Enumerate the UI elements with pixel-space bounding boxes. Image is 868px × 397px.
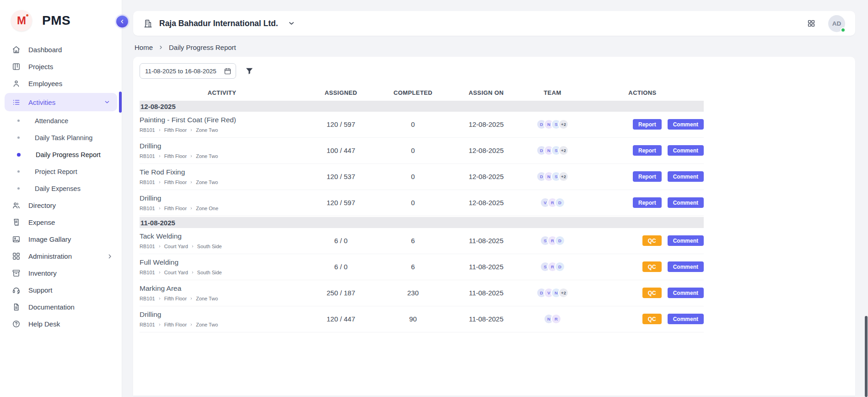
activity-cell: DrillingRB101Fifth FloorZone Two: [140, 310, 304, 328]
report-button[interactable]: Report: [633, 145, 662, 156]
logo-letter: M: [17, 14, 26, 27]
team-avatar[interactable]: D: [555, 197, 565, 208]
report-button[interactable]: Report: [633, 197, 662, 208]
team-avatar-more[interactable]: +2: [558, 288, 569, 298]
chevron-right-icon: [158, 180, 162, 184]
sidebar-item-label: Documentation: [28, 303, 75, 311]
actions-cell: ReportComment: [581, 115, 704, 133]
team-avatar[interactable]: D: [555, 235, 565, 246]
activity-title: Full Welding: [140, 258, 304, 266]
sidebar-item-label: Inventory: [28, 269, 57, 277]
breadcrumb-home[interactable]: Home: [135, 44, 153, 51]
table-row: Tack WeldingRB101Court YardSouth Side6 /…: [140, 228, 704, 254]
qc-button[interactable]: QC: [642, 235, 662, 246]
path-segment: Fifth Floor: [164, 322, 187, 327]
sidebar-item-employees[interactable]: Employees: [0, 75, 122, 92]
content-card: 11-08-2025 to 16-08-2025 ACTIVITYASSIGNE…: [133, 57, 855, 396]
sidebar-collapse-button[interactable]: [116, 16, 128, 27]
sidebar-subitem-label: Attendance: [35, 117, 68, 125]
activity-cell: Tie Rod FixingRB101Fifth FloorZone Two: [140, 168, 304, 185]
activity-cell: Painting - First Coat (Fire Red)RB101Fif…: [140, 115, 304, 133]
sidebar-item-label: Help Desk: [28, 320, 60, 328]
chevron-right-icon: [189, 128, 193, 132]
comment-button[interactable]: Comment: [668, 171, 704, 182]
sidebar-item-documentation[interactable]: Documentation: [0, 299, 122, 315]
sidebar-item-projects[interactable]: Projects: [0, 58, 122, 75]
qc-button[interactable]: QC: [642, 288, 662, 298]
team-avatar-more[interactable]: +2: [558, 119, 569, 130]
logo-icon: M: [11, 10, 32, 31]
filter-funnel-icon: [245, 66, 255, 76]
sidebar-item-dashboard[interactable]: Dashboard: [0, 41, 122, 58]
filter-button[interactable]: [245, 66, 255, 76]
qc-button[interactable]: QC: [642, 314, 662, 324]
sidebar: M PMS DashboardProjectsEmployeesActiviti…: [0, 0, 122, 397]
breadcrumb: Home Daily Progress Report: [135, 44, 855, 51]
team-avatar[interactable]: R: [551, 314, 561, 324]
sidebar-subitem-daily-expenses[interactable]: Daily Expenses: [0, 180, 122, 197]
sidebar-subitem-project-report[interactable]: Project Report: [0, 163, 122, 180]
chevron-right-icon: [189, 154, 193, 158]
comment-button[interactable]: Comment: [668, 119, 704, 130]
apps-grid-icon[interactable]: [807, 19, 815, 27]
date-group-header: 11-08-2025: [140, 217, 704, 228]
comment-button[interactable]: Comment: [668, 314, 704, 324]
comment-button[interactable]: Comment: [668, 261, 704, 272]
company-selector[interactable]: Raja Bahadur International Ltd.: [143, 19, 296, 28]
projects-icon: [12, 62, 21, 71]
employees-icon: [12, 79, 21, 88]
assigned-cell: 6 / 0: [304, 232, 377, 250]
assign-on-cell: 12-08-2025: [448, 141, 524, 159]
sidebar-subitem-daily-task-planning[interactable]: Daily Task Planning: [0, 129, 122, 146]
assigned-cell: 250 / 187: [304, 284, 377, 302]
comment-button[interactable]: Comment: [668, 288, 704, 298]
sidebar-subitem-daily-progress-report[interactable]: Daily Progress Report: [0, 146, 122, 163]
assigned-cell: 6 / 0: [304, 258, 377, 276]
comment-button[interactable]: Comment: [668, 197, 704, 208]
path-segment: RB101: [140, 179, 155, 185]
calendar-icon: [224, 67, 232, 75]
comment-button[interactable]: Comment: [668, 145, 704, 156]
sidebar-item-image-gallary[interactable]: Image Gallary: [0, 231, 122, 248]
assigned-cell: 100 / 447: [304, 141, 377, 159]
sidebar-subitem-label: Project Report: [35, 168, 77, 175]
comment-button[interactable]: Comment: [668, 235, 704, 246]
sidebar-subitem-label: Daily Expenses: [35, 185, 81, 192]
report-button[interactable]: Report: [633, 119, 662, 130]
sidebar-item-help-desk[interactable]: Help Desk: [0, 315, 122, 332]
report-button[interactable]: Report: [633, 171, 662, 182]
app-logo[interactable]: M PMS: [0, 0, 122, 38]
user-avatar[interactable]: AD: [828, 15, 845, 32]
sidebar-subitem-attendance[interactable]: Attendance: [0, 112, 122, 129]
inventory-icon: [12, 269, 21, 277]
path-segment: Zone Two: [196, 179, 218, 185]
team-avatar[interactable]: D: [555, 261, 565, 272]
assign-on-cell: 12-08-2025: [448, 115, 524, 133]
completed-cell: 0: [377, 141, 448, 159]
sidebar-item-administration[interactable]: Administration: [0, 248, 122, 265]
sidebar-item-activities[interactable]: Activities: [5, 93, 117, 111]
table-row: DrillingRB101Fifth FloorZone One120 / 59…: [140, 190, 704, 216]
activity-location-path: RB101Court YardSouth Side: [140, 270, 304, 275]
path-segment: South Side: [197, 270, 222, 275]
team-avatar-more[interactable]: +2: [558, 145, 569, 156]
chevron-right-icon: [189, 323, 193, 326]
sidebar-item-support[interactable]: Support: [0, 282, 122, 299]
qc-button[interactable]: QC: [642, 261, 662, 272]
team-cell: DNS+2: [524, 141, 581, 159]
column-header-team: TEAM: [524, 89, 581, 96]
date-range-input[interactable]: 11-08-2025 to 16-08-2025: [140, 63, 236, 79]
sidebar-item-inventory[interactable]: Inventory: [0, 265, 122, 282]
team-avatar-more[interactable]: +2: [558, 171, 569, 182]
documentation-icon: [12, 303, 21, 311]
sidebar-item-directory[interactable]: Directory: [0, 197, 122, 214]
table-row: Full WeldingRB101Court YardSouth Side6 /…: [140, 254, 704, 280]
assign-on-cell: 11-08-2025: [448, 258, 524, 276]
assign-on-cell: 11-08-2025: [448, 310, 524, 328]
activity-title: Drilling: [140, 194, 304, 202]
chevron-right-icon: [191, 245, 194, 248]
scrollbar-thumb[interactable]: [865, 316, 868, 397]
chevron-right-icon: [158, 297, 162, 300]
sidebar-item-expense[interactable]: Expense: [0, 214, 122, 231]
path-segment: Fifth Floor: [164, 206, 187, 211]
